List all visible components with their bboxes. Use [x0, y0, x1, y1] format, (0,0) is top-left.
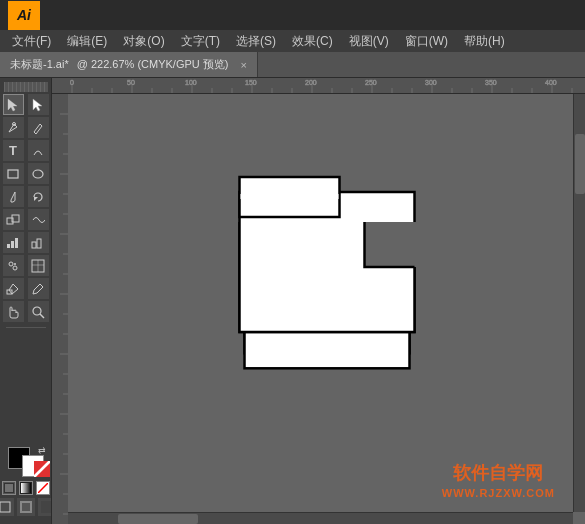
svg-rect-100 [364, 222, 419, 267]
zoom-tool[interactable] [28, 301, 49, 322]
horizontal-ruler: 0 50 100 150 200 250 [52, 78, 585, 94]
svg-text:200: 200 [305, 79, 317, 86]
menu-view[interactable]: 视图(V) [341, 31, 397, 52]
view-icons [0, 498, 52, 516]
none-color-indicator [34, 461, 50, 477]
ellipse-tool[interactable] [28, 163, 49, 184]
color-boxes: ⇄ [8, 447, 44, 477]
tab-label: 未标题-1.ai* [10, 57, 69, 72]
svg-point-20 [33, 307, 41, 315]
tool-row-graph [3, 232, 49, 253]
tool-row-eraser [3, 278, 49, 299]
tool-row-pen [3, 117, 49, 138]
tab-info: @ 222.67% (CMYK/GPU 预览) [77, 57, 229, 72]
svg-text:150: 150 [245, 79, 257, 86]
tool-row-scale [3, 209, 49, 230]
tool-row-selection [3, 94, 49, 115]
svg-text:400: 400 [545, 79, 557, 86]
presentation-mode[interactable] [38, 498, 53, 516]
direct-selection-tool[interactable] [28, 94, 49, 115]
menu-type[interactable]: 文字(T) [173, 31, 228, 52]
pencil-tool[interactable] [28, 117, 49, 138]
path-tool[interactable] [28, 140, 49, 161]
eraser-tool[interactable] [3, 278, 24, 299]
paintbrush-tool[interactable] [3, 186, 24, 207]
tool-row-hand [3, 301, 49, 322]
active-tab[interactable]: 未标题-1.ai* @ 222.67% (CMYK/GPU 预览) × [0, 52, 258, 77]
svg-text:50: 50 [127, 79, 135, 86]
canvas-area: 0 50 100 150 200 250 [52, 78, 585, 524]
svg-text:250: 250 [365, 79, 377, 86]
vertical-ruler [52, 94, 68, 524]
warp-tool[interactable] [28, 209, 49, 230]
svg-marker-1 [33, 99, 42, 111]
graph-tool[interactable] [3, 232, 24, 253]
svg-rect-31 [22, 503, 30, 511]
color-section: ⇄ [0, 447, 52, 520]
svg-line-21 [40, 314, 44, 318]
svg-rect-11 [32, 242, 36, 248]
rectangle-tool[interactable] [3, 163, 24, 184]
svg-rect-32 [41, 501, 53, 513]
svg-point-13 [9, 262, 13, 266]
menu-edit[interactable]: 编辑(E) [59, 31, 115, 52]
normal-screen-mode[interactable] [0, 498, 14, 516]
symbol-tool[interactable] [3, 255, 24, 276]
svg-text:350: 350 [485, 79, 497, 86]
color-mode-icons [2, 481, 50, 495]
main-layout: T [0, 78, 585, 524]
svg-marker-5 [34, 197, 38, 201]
selection-tool[interactable] [3, 94, 24, 115]
rotate-tool[interactable] [28, 186, 49, 207]
svg-rect-10 [15, 238, 18, 248]
toolbar: T [0, 78, 52, 524]
none-mode-icon[interactable] [36, 481, 50, 495]
svg-point-15 [14, 263, 16, 265]
title-bar: Ai [0, 0, 585, 30]
svg-rect-8 [7, 244, 10, 248]
svg-text:300: 300 [425, 79, 437, 86]
watermark-text: 软件自学网 WWW.RJZXW.COM [442, 462, 555, 500]
menu-effect[interactable]: 效果(C) [284, 31, 341, 52]
folder-artwork [234, 172, 419, 342]
full-screen-mode[interactable] [17, 498, 35, 516]
watermark-line2: WWW.RJZXW.COM [442, 486, 555, 500]
gradient-mode-icon[interactable] [19, 481, 33, 495]
menu-bar: 文件(F) 编辑(E) 对象(O) 文字(T) 选择(S) 效果(C) 视图(V… [0, 30, 585, 52]
pen-tool[interactable] [3, 117, 24, 138]
svg-rect-26 [21, 483, 31, 493]
watermark-line1: 软件自学网 [442, 462, 555, 485]
type-tool[interactable]: T [3, 140, 24, 161]
svg-text:0: 0 [70, 79, 74, 86]
svg-rect-12 [37, 239, 41, 248]
svg-rect-99 [240, 194, 338, 199]
horizontal-scrollbar[interactable] [68, 512, 573, 524]
scale-tool[interactable] [3, 209, 24, 230]
svg-text:100: 100 [185, 79, 197, 86]
svg-point-4 [33, 170, 43, 178]
svg-rect-3 [8, 170, 18, 178]
eyedropper-tool[interactable] [28, 278, 49, 299]
tool-row-symbol [3, 255, 49, 276]
svg-marker-0 [8, 99, 17, 111]
tool-row-shape [3, 163, 49, 184]
column-graph-tool[interactable] [28, 232, 49, 253]
tool-row-brush [3, 186, 49, 207]
svg-rect-29 [0, 502, 10, 512]
slice-tool[interactable] [28, 255, 49, 276]
menu-help[interactable]: 帮助(H) [456, 31, 513, 52]
svg-rect-69 [52, 94, 68, 524]
hand-tool[interactable] [3, 301, 24, 322]
menu-select[interactable]: 选择(S) [228, 31, 284, 52]
color-mode-icon[interactable] [2, 481, 16, 495]
vertical-scrollbar[interactable] [573, 94, 585, 512]
svg-point-14 [13, 266, 17, 270]
tab-close-button[interactable]: × [240, 59, 246, 71]
menu-object[interactable]: 对象(O) [115, 31, 172, 52]
swap-colors-icon[interactable]: ⇄ [38, 445, 46, 455]
menu-window[interactable]: 窗口(W) [397, 31, 456, 52]
ai-logo: Ai [8, 1, 40, 30]
document-canvas: 软件自学网 WWW.RJZXW.COM [68, 94, 585, 524]
tool-row-type: T [3, 140, 49, 161]
menu-file[interactable]: 文件(F) [4, 31, 59, 52]
